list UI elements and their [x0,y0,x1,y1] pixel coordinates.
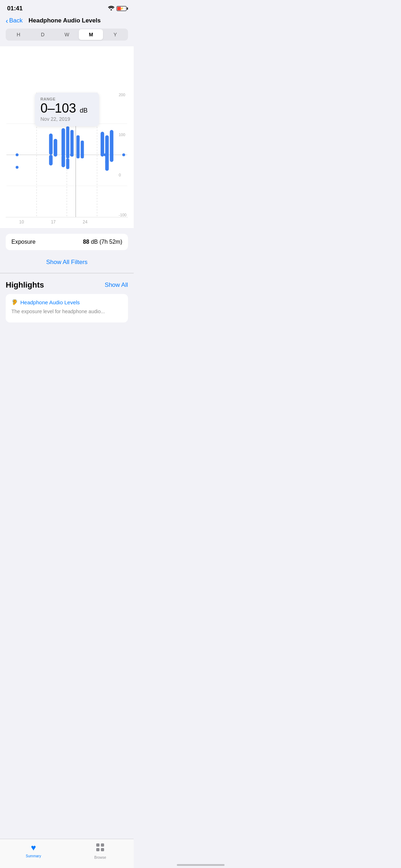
tooltip-max: 103 [55,101,76,115]
highlights-section: Highlights Show All 🦻 Headphone Audio Le… [0,273,134,328]
svg-rect-22 [101,132,104,157]
highlight-card: 🦻 Headphone Audio Levels The exposure le… [6,294,128,322]
svg-rect-16 [66,158,70,169]
segment-W[interactable]: W [55,29,79,40]
wifi-icon [108,6,114,11]
segment-control: H D W M Y [6,29,128,41]
segment-Y[interactable]: Y [103,29,127,40]
highlight-card-title-text: Headphone Audio Levels [20,299,80,305]
svg-rect-14 [66,126,70,159]
show-all-filters-button[interactable]: Show All Filters [46,259,87,265]
segment-H[interactable]: H [6,29,31,40]
highlight-card-title: 🦻 Headphone Audio Levels [11,299,122,305]
svg-rect-11 [54,139,57,157]
segment-wrapper: H D W M Y [0,29,134,46]
page-title: Headphone Audio Levels [22,17,107,24]
segment-D[interactable]: D [31,29,55,40]
back-chevron-icon: ‹ [6,17,8,24]
svg-point-9 [16,166,19,169]
tooltip-value: 0–103 dB [41,101,93,115]
svg-rect-25 [105,160,109,171]
svg-rect-18 [62,155,65,167]
status-bar: 01:41 ⚡ [0,0,134,14]
chart-tooltip: RANGE 0–103 dB Nov 22, 2019 [35,93,99,126]
svg-rect-23 [105,135,109,164]
status-icons: ⚡ [108,6,127,11]
tooltip-date: Nov 22, 2019 [41,116,93,122]
x-label-17: 17 [51,219,56,224]
status-time: 01:41 [7,5,22,12]
svg-rect-24 [110,130,113,162]
svg-point-26 [104,154,107,156]
highlights-title: Highlights [6,280,44,290]
svg-rect-10 [49,134,53,155]
tooltip-min: 0 [41,101,48,115]
exposure-value: 88 dB (7h 52m) [83,239,122,245]
svg-rect-19 [76,135,79,159]
svg-rect-15 [70,130,73,157]
show-filters-section: Show All Filters [0,256,134,273]
exposure-label: Exposure [11,239,36,245]
svg-point-17 [70,154,73,156]
battery-icon: ⚡ [117,6,127,11]
chart-x-labels: 10 17 24 [0,217,134,228]
back-button[interactable]: ‹ Back [6,17,22,24]
highlights-show-all-button[interactable]: Show All [105,281,128,289]
x-label-10: 10 [19,219,24,224]
svg-point-21 [81,154,84,156]
back-label: Back [9,17,23,24]
tooltip-unit: dB [80,107,88,114]
tooltip-sep: – [48,101,55,115]
svg-rect-12 [49,155,53,166]
svg-rect-13 [62,128,65,157]
x-label-24: 24 [83,219,87,224]
highlight-card-text: The exposure level for headphone audio..… [11,308,122,315]
exposure-card: Exposure 88 dB (7h 52m) [6,234,128,250]
svg-point-27 [122,154,125,156]
svg-point-0 [110,9,112,10]
nav-bar: ‹ Back Headphone Audio Levels [0,14,134,29]
ear-icon: 🦻 [11,299,18,305]
chart-container: RANGE 0–103 dB Nov 22, 2019 200 100 0 -1… [0,46,134,228]
highlights-header: Highlights Show All [6,280,128,290]
svg-point-8 [16,154,19,156]
segment-M[interactable]: M [79,29,103,40]
